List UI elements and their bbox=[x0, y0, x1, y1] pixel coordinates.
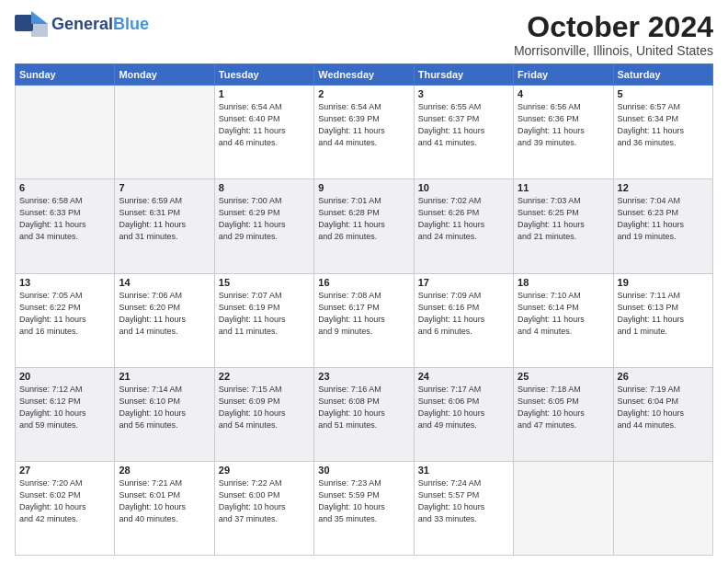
day-number: 23 bbox=[318, 371, 409, 382]
day-info: Sunrise: 7:10 AM Sunset: 6:14 PM Dayligh… bbox=[518, 290, 609, 338]
day-info: Sunrise: 7:09 AM Sunset: 6:16 PM Dayligh… bbox=[418, 290, 509, 338]
table-row: 9Sunrise: 7:01 AM Sunset: 6:28 PM Daylig… bbox=[314, 179, 414, 273]
header: GeneralBlue October 2024 Morrisonville, … bbox=[15, 11, 713, 58]
day-number: 16 bbox=[318, 277, 409, 288]
day-number: 8 bbox=[219, 182, 310, 193]
day-number: 27 bbox=[19, 465, 110, 476]
day-number: 18 bbox=[518, 277, 609, 288]
col-monday: Monday bbox=[115, 64, 214, 86]
day-number: 31 bbox=[418, 465, 509, 476]
logo-blue: Blue bbox=[113, 15, 149, 33]
col-wednesday: Wednesday bbox=[314, 64, 414, 86]
day-info: Sunrise: 7:16 AM Sunset: 6:08 PM Dayligh… bbox=[318, 384, 409, 431]
col-friday: Friday bbox=[514, 64, 613, 86]
col-sunday: Sunday bbox=[16, 64, 115, 86]
table-row: 26Sunrise: 7:19 AM Sunset: 6:04 PM Dayli… bbox=[613, 367, 712, 461]
month-title: October 2024 bbox=[514, 11, 713, 43]
day-number: 9 bbox=[318, 182, 409, 193]
table-row: 11Sunrise: 7:03 AM Sunset: 6:25 PM Dayli… bbox=[514, 179, 613, 273]
logo-icon bbox=[15, 11, 48, 37]
day-info: Sunrise: 7:07 AM Sunset: 6:19 PM Dayligh… bbox=[219, 290, 310, 338]
table-row: 8Sunrise: 7:00 AM Sunset: 6:29 PM Daylig… bbox=[214, 179, 313, 273]
day-info: Sunrise: 7:17 AM Sunset: 6:06 PM Dayligh… bbox=[418, 384, 509, 431]
calendar-week-row: 27Sunrise: 7:20 AM Sunset: 6:02 PM Dayli… bbox=[16, 461, 713, 555]
day-info: Sunrise: 7:11 AM Sunset: 6:13 PM Dayligh… bbox=[618, 290, 709, 338]
table-row: 14Sunrise: 7:06 AM Sunset: 6:20 PM Dayli… bbox=[115, 273, 214, 367]
day-info: Sunrise: 6:55 AM Sunset: 6:37 PM Dayligh… bbox=[418, 101, 509, 149]
day-number: 21 bbox=[119, 371, 210, 382]
col-saturday: Saturday bbox=[613, 64, 712, 86]
day-info: Sunrise: 7:06 AM Sunset: 6:20 PM Dayligh… bbox=[119, 290, 210, 338]
day-info: Sunrise: 7:02 AM Sunset: 6:26 PM Dayligh… bbox=[418, 195, 509, 243]
day-info: Sunrise: 7:12 AM Sunset: 6:12 PM Dayligh… bbox=[19, 384, 110, 431]
logo-general: General bbox=[51, 15, 113, 33]
day-info: Sunrise: 7:22 AM Sunset: 6:00 PM Dayligh… bbox=[219, 477, 310, 525]
day-info: Sunrise: 6:54 AM Sunset: 6:40 PM Dayligh… bbox=[219, 101, 310, 149]
day-info: Sunrise: 7:18 AM Sunset: 6:05 PM Dayligh… bbox=[518, 384, 609, 431]
day-number: 1 bbox=[219, 88, 310, 99]
table-row: 18Sunrise: 7:10 AM Sunset: 6:14 PM Dayli… bbox=[514, 273, 613, 367]
page: GeneralBlue October 2024 Morrisonville, … bbox=[0, 0, 728, 563]
day-number: 20 bbox=[19, 371, 110, 382]
day-info: Sunrise: 7:21 AM Sunset: 6:01 PM Dayligh… bbox=[119, 477, 210, 525]
table-row: 25Sunrise: 7:18 AM Sunset: 6:05 PM Dayli… bbox=[514, 367, 613, 461]
table-row: 13Sunrise: 7:05 AM Sunset: 6:22 PM Dayli… bbox=[16, 273, 115, 367]
table-row bbox=[514, 461, 613, 555]
day-number: 11 bbox=[518, 182, 609, 193]
day-info: Sunrise: 6:58 AM Sunset: 6:33 PM Dayligh… bbox=[19, 195, 110, 243]
day-number: 6 bbox=[19, 182, 110, 193]
table-row bbox=[115, 86, 214, 179]
day-info: Sunrise: 7:05 AM Sunset: 6:22 PM Dayligh… bbox=[19, 290, 110, 338]
table-row: 2Sunrise: 6:54 AM Sunset: 6:39 PM Daylig… bbox=[314, 86, 414, 179]
day-info: Sunrise: 7:01 AM Sunset: 6:28 PM Dayligh… bbox=[318, 195, 409, 243]
svg-rect-0 bbox=[15, 15, 33, 31]
day-number: 7 bbox=[119, 182, 210, 193]
table-row: 21Sunrise: 7:14 AM Sunset: 6:10 PM Dayli… bbox=[115, 367, 214, 461]
day-info: Sunrise: 7:03 AM Sunset: 6:25 PM Dayligh… bbox=[518, 195, 609, 243]
day-info: Sunrise: 6:57 AM Sunset: 6:34 PM Dayligh… bbox=[618, 101, 709, 149]
day-number: 5 bbox=[618, 88, 709, 99]
svg-marker-2 bbox=[31, 24, 48, 37]
calendar-week-row: 6Sunrise: 6:58 AM Sunset: 6:33 PM Daylig… bbox=[16, 179, 713, 273]
table-row: 12Sunrise: 7:04 AM Sunset: 6:23 PM Dayli… bbox=[613, 179, 712, 273]
location-title: Morrisonville, Illinois, United States bbox=[514, 43, 713, 58]
day-number: 29 bbox=[219, 465, 310, 476]
table-row: 6Sunrise: 6:58 AM Sunset: 6:33 PM Daylig… bbox=[16, 179, 115, 273]
table-row bbox=[16, 86, 115, 179]
day-info: Sunrise: 7:20 AM Sunset: 6:02 PM Dayligh… bbox=[19, 477, 110, 525]
day-info: Sunrise: 6:56 AM Sunset: 6:36 PM Dayligh… bbox=[518, 101, 609, 149]
day-info: Sunrise: 7:04 AM Sunset: 6:23 PM Dayligh… bbox=[618, 195, 709, 243]
day-number: 12 bbox=[618, 182, 709, 193]
table-row: 22Sunrise: 7:15 AM Sunset: 6:09 PM Dayli… bbox=[214, 367, 313, 461]
table-row: 29Sunrise: 7:22 AM Sunset: 6:00 PM Dayli… bbox=[214, 461, 313, 555]
day-number: 25 bbox=[518, 371, 609, 382]
table-row: 30Sunrise: 7:23 AM Sunset: 5:59 PM Dayli… bbox=[314, 461, 414, 555]
day-info: Sunrise: 6:54 AM Sunset: 6:39 PM Dayligh… bbox=[318, 101, 409, 149]
calendar-week-row: 1Sunrise: 6:54 AM Sunset: 6:40 PM Daylig… bbox=[16, 86, 713, 179]
day-number: 15 bbox=[219, 277, 310, 288]
day-info: Sunrise: 7:00 AM Sunset: 6:29 PM Dayligh… bbox=[219, 195, 310, 243]
table-row: 3Sunrise: 6:55 AM Sunset: 6:37 PM Daylig… bbox=[414, 86, 513, 179]
day-number: 30 bbox=[318, 465, 409, 476]
col-thursday: Thursday bbox=[414, 64, 513, 86]
day-info: Sunrise: 7:15 AM Sunset: 6:09 PM Dayligh… bbox=[219, 384, 310, 431]
calendar-week-row: 20Sunrise: 7:12 AM Sunset: 6:12 PM Dayli… bbox=[16, 367, 713, 461]
day-number: 22 bbox=[219, 371, 310, 382]
table-row: 15Sunrise: 7:07 AM Sunset: 6:19 PM Dayli… bbox=[214, 273, 313, 367]
table-row: 27Sunrise: 7:20 AM Sunset: 6:02 PM Dayli… bbox=[16, 461, 115, 555]
table-row: 16Sunrise: 7:08 AM Sunset: 6:17 PM Dayli… bbox=[314, 273, 414, 367]
day-number: 13 bbox=[19, 277, 110, 288]
day-info: Sunrise: 6:59 AM Sunset: 6:31 PM Dayligh… bbox=[119, 195, 210, 243]
calendar-table: Sunday Monday Tuesday Wednesday Thursday… bbox=[15, 63, 713, 556]
table-row: 23Sunrise: 7:16 AM Sunset: 6:08 PM Dayli… bbox=[314, 367, 414, 461]
table-row: 7Sunrise: 6:59 AM Sunset: 6:31 PM Daylig… bbox=[115, 179, 214, 273]
table-row: 4Sunrise: 6:56 AM Sunset: 6:36 PM Daylig… bbox=[514, 86, 613, 179]
table-row: 1Sunrise: 6:54 AM Sunset: 6:40 PM Daylig… bbox=[214, 86, 313, 179]
table-row: 5Sunrise: 6:57 AM Sunset: 6:34 PM Daylig… bbox=[613, 86, 712, 179]
day-number: 3 bbox=[418, 88, 509, 99]
day-number: 24 bbox=[418, 371, 509, 382]
day-number: 28 bbox=[119, 465, 210, 476]
table-row: 20Sunrise: 7:12 AM Sunset: 6:12 PM Dayli… bbox=[16, 367, 115, 461]
table-row: 17Sunrise: 7:09 AM Sunset: 6:16 PM Dayli… bbox=[414, 273, 513, 367]
day-number: 10 bbox=[418, 182, 509, 193]
